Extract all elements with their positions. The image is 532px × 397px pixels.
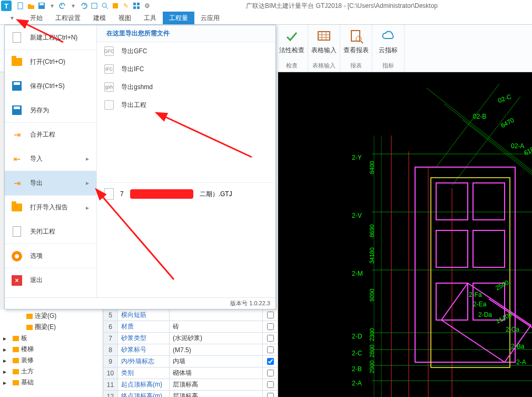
- tree-node[interactable]: ▸装修: [0, 355, 103, 366]
- property-checkbox[interactable]: [263, 391, 278, 397]
- cloud-index-button[interactable]: 云指标: [372, 27, 404, 61]
- submenu-item[interactable]: IFC导出IFC: [97, 60, 275, 78]
- property-value[interactable]: 层顶标高: [170, 379, 263, 390]
- property-value[interactable]: 砖: [170, 321, 263, 332]
- chevron-right-icon: ▸: [86, 155, 93, 162]
- property-checkbox[interactable]: [263, 309, 278, 321]
- menu-item[interactable]: 云应用: [194, 12, 226, 24]
- open-icon[interactable]: [26, 1, 36, 11]
- property-value[interactable]: (水泥砂浆): [170, 333, 263, 344]
- property-row[interactable]: 12终点顶标高(m)层顶标高: [103, 391, 278, 397]
- menu-bar: ▾ 开始工程设置建模视图工具工程量云应用: [0, 12, 532, 25]
- recent-file-item[interactable]: 7 二期）.GTJ: [97, 182, 275, 205]
- file-menu-item[interactable]: 新建工程(Ctrl+N): [5, 25, 96, 50]
- menu-item[interactable]: 开始: [24, 12, 49, 24]
- property-row[interactable]: 8砂浆标号(M7.5): [103, 344, 278, 356]
- file-menu-item[interactable]: 保存(Ctrl+S): [5, 74, 96, 98]
- property-value[interactable]: 砌体墙: [170, 367, 263, 379]
- tree-node[interactable]: 圈梁(E): [0, 322, 103, 333]
- file-menu-item-label: 打开导入报告: [30, 203, 78, 212]
- settings-icon[interactable]: ⚙: [142, 1, 152, 11]
- undo-icon[interactable]: [58, 1, 67, 11]
- property-checkbox[interactable]: [263, 379, 278, 390]
- property-row[interactable]: 11起点顶标高(m)层顶标高: [103, 379, 278, 391]
- import-icon: ⇥: [11, 153, 23, 164]
- file-menu-item[interactable]: 关闭工程: [5, 219, 96, 244]
- axis-label: 2-M: [352, 270, 363, 277]
- dropdown-icon[interactable]: ▾: [47, 1, 57, 11]
- tool-icon[interactable]: [90, 1, 99, 11]
- view-report-button[interactable]: 查看报表: [340, 27, 372, 61]
- expand-icon[interactable]: ▸: [3, 346, 11, 353]
- file-menu-item[interactable]: 选项: [5, 244, 96, 268]
- property-checkbox[interactable]: [263, 321, 278, 332]
- table-input-button[interactable]: 表格输入: [308, 27, 340, 61]
- dimension-label: 8400: [369, 161, 375, 174]
- file-menu-item[interactable]: ⇥合并工程: [5, 122, 96, 147]
- expand-icon[interactable]: ▸: [3, 368, 11, 375]
- save-icon[interactable]: [37, 1, 46, 11]
- expand-icon[interactable]: ▸: [3, 379, 11, 386]
- submenu-item[interactable]: GFC导出GFC: [97, 42, 275, 60]
- property-row[interactable]: 10类别砌体墙: [103, 367, 278, 379]
- dimension-label: 2300: [369, 328, 375, 341]
- expand-icon[interactable]: ▸: [3, 357, 11, 364]
- expand-icon[interactable]: ▸: [3, 335, 11, 342]
- pencil-icon[interactable]: ✎: [121, 1, 131, 11]
- property-row[interactable]: 6材质砖: [103, 321, 278, 333]
- property-value[interactable]: [170, 309, 263, 321]
- submenu-item[interactable]: 导出工程: [97, 96, 275, 114]
- dropdown-icon[interactable]: ▾: [68, 1, 78, 11]
- find-icon[interactable]: [100, 1, 110, 11]
- axis-label: 2-Ca: [506, 326, 519, 333]
- file-menu-item[interactable]: ×退出: [5, 268, 96, 292]
- dimension-label: 2800: [369, 345, 375, 357]
- folder-icon: [13, 358, 19, 363]
- menu-item[interactable]: 工程量: [163, 12, 194, 24]
- axis-label: 02-B: [473, 113, 486, 120]
- property-checkbox[interactable]: [263, 344, 278, 355]
- property-checkbox[interactable]: [263, 367, 278, 379]
- menu-item[interactable]: 建模: [87, 12, 112, 24]
- cad-canvas[interactable]: 2-Y2-V2-M2-D2-C2-B2-A8400869034180909023…: [278, 72, 532, 397]
- file-menu-item-label: 导出: [30, 179, 78, 188]
- menu-item[interactable]: 工具: [137, 12, 163, 24]
- file-menu-item[interactable]: ⇥导出▸: [5, 171, 96, 195]
- tree-node-label: 基础: [21, 378, 34, 387]
- property-row[interactable]: 5横向短筋: [103, 309, 278, 321]
- tree-node[interactable]: ▸楼梯: [0, 344, 103, 355]
- property-value[interactable]: 内墙: [170, 356, 263, 367]
- file-menu-item[interactable]: 打开导入报告▸: [5, 195, 96, 219]
- file-menu-item[interactable]: 打开(Ctrl+O): [5, 50, 96, 74]
- file-menu-item-label: 选项: [30, 251, 96, 260]
- menu-item[interactable]: 工程设置: [49, 12, 87, 24]
- tree-node[interactable]: ▸土方: [0, 366, 103, 377]
- file-menu-item[interactable]: ⇥导入▸: [5, 147, 96, 171]
- grid-icon[interactable]: [132, 1, 141, 11]
- tree-node-label: 装修: [21, 356, 34, 365]
- file-menu-item[interactable]: 另存为: [5, 98, 96, 122]
- tree-node[interactable]: 连梁(G): [0, 311, 103, 322]
- property-value[interactable]: (M7.5): [170, 344, 263, 355]
- submenu-item[interactable]: gsh导出gshmd: [97, 78, 275, 96]
- property-name: 砂浆类型: [118, 333, 170, 344]
- tree-node[interactable]: ▸基础: [0, 377, 103, 388]
- file-menu-dropdown[interactable]: ▾: [0, 12, 24, 24]
- menu-item[interactable]: 视图: [112, 12, 137, 24]
- new-icon[interactable]: [16, 1, 25, 11]
- property-row[interactable]: 9内/外墙标志内墙: [103, 356, 278, 367]
- redo-icon[interactable]: [79, 1, 88, 11]
- tree-node[interactable]: ▸板: [0, 333, 103, 344]
- calc-icon[interactable]: [111, 1, 120, 11]
- left-tree: 连梁(G)圈梁(E)▸板▸楼梯▸装修▸土方▸基础: [0, 309, 103, 397]
- property-value[interactable]: 层顶标高: [170, 391, 263, 397]
- app-logo[interactable]: T: [1, 1, 12, 11]
- property-checkbox[interactable]: [263, 333, 278, 344]
- axis-label: 2-Y: [352, 154, 362, 161]
- svg-rect-9: [133, 6, 136, 9]
- dimension-label: 8690: [369, 225, 375, 237]
- validity-check-button[interactable]: 法性检查: [276, 27, 308, 61]
- property-row[interactable]: 7砂浆类型(水泥砂浆): [103, 333, 278, 344]
- svg-rect-16: [351, 31, 360, 41]
- property-checkbox[interactable]: [263, 356, 278, 367]
